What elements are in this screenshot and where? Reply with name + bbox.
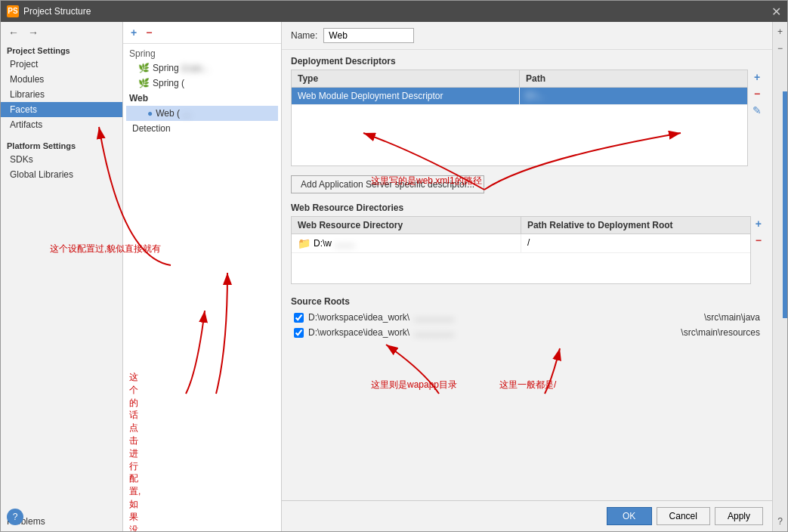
add-descriptor-button-wrapper: Add Application Server specific descript… — [291, 175, 763, 193]
sidebar-item-facets[interactable]: Facets — [1, 102, 122, 117]
folder-icon: 📁 — [298, 237, 311, 249]
source-root-2-checkbox[interactable] — [294, 328, 304, 338]
deployment-table-header: Type Path — [292, 70, 747, 88]
add-descriptor-row-button[interactable]: + — [751, 70, 763, 85]
sidebar-nav: ← → — [1, 22, 122, 43]
spring-item-label-1: Spring — [153, 63, 179, 73]
sidebar-label-global-libraries: Global Libraries — [10, 169, 73, 180]
web-resource-table-wrapper: Web Resource Directory Path Relative to … — [291, 216, 763, 284]
web-group-label: Web — [126, 91, 278, 106]
deployment-descriptors-header: Deployment Descriptors — [291, 56, 763, 66]
name-input[interactable] — [323, 28, 414, 43]
title-bar: PS Project Structure ✕ — [1, 1, 787, 22]
source-root-row-1: D:\workspace\idea_work\ ................… — [291, 310, 763, 325]
tree-remove-button[interactable]: − — [143, 25, 155, 40]
apply-button[interactable]: Apply — [715, 507, 763, 525]
type-column-header: Type — [292, 70, 520, 87]
spring-item-label-2: Spring ( — [153, 78, 184, 88]
sidebar-label-modules: Modules — [10, 74, 44, 85]
name-label: Name: — [291, 30, 317, 41]
deployment-side-buttons: + − ✎ — [751, 70, 763, 118]
middle-panel: + − Spring 🌿 Spring it con... 🌿 Spring (… — [123, 22, 282, 531]
deployment-type-cell: Web Module Deployment Descriptor — [292, 88, 520, 104]
tree-web-item[interactable]: ● Web ( ... — [126, 106, 278, 121]
cancel-button[interactable]: Cancel — [657, 507, 710, 525]
add-resource-row-button[interactable]: + — [754, 216, 763, 231]
spring-item-detail-1: it con... — [182, 63, 209, 73]
forward-button[interactable]: → — [25, 25, 42, 40]
deployment-table-row[interactable]: Web Module Deployment Descriptor D:\... — [292, 88, 747, 105]
sidebar-item-artifacts[interactable]: Artifacts — [1, 117, 122, 132]
sidebar-item-sdks[interactable]: SDKs — [1, 152, 122, 167]
middle-toolbar: + − — [123, 22, 281, 44]
detection-label: Detection — [126, 121, 278, 136]
add-descriptor-button[interactable]: Add Application Server specific descript… — [291, 175, 484, 193]
source-root-1-checkbox[interactable] — [294, 313, 304, 323]
right-content: Deployment Descriptors Type Path Web Mod… — [282, 50, 772, 500]
tree-add-button[interactable]: + — [128, 25, 140, 40]
web-resource-table: Web Resource Directory Path Relative to … — [291, 216, 751, 284]
remove-resource-row-button[interactable]: − — [754, 233, 763, 248]
source-root-row-2: D:\workspace\idea_work\ ................… — [291, 325, 763, 340]
web-resource-path-header: Path Relative to Deployment Root — [521, 217, 750, 234]
project-structure-window: PS Project Structure ✕ ← → Project Setti… — [0, 0, 788, 532]
path-column-header: Path — [520, 70, 747, 87]
sidebar-label-project: Project — [10, 59, 38, 70]
deployment-path-cell: D:\... — [520, 88, 747, 104]
web-folder-icon: ● — [147, 108, 153, 119]
stripe-button-2[interactable]: − — [776, 42, 784, 55]
middle-content: Spring 🌿 Spring it con... 🌿 Spring ( Web… — [123, 44, 281, 531]
tree-spring-item-2[interactable]: 🌿 Spring ( — [126, 76, 278, 91]
sidebar-label-libraries: Libraries — [10, 89, 45, 100]
sidebar-item-modules[interactable]: Modules — [1, 72, 122, 87]
tree-spring-item-1[interactable]: 🌿 Spring it con... — [126, 60, 278, 76]
stripe-button-help[interactable]: ? — [776, 515, 784, 528]
window-title: Project Structure — [23, 6, 771, 17]
sidebar: ← → Project Settings Project Modules Lib… — [1, 22, 123, 531]
web-resource-dir-blurred: ........ — [335, 238, 355, 249]
ok-button[interactable]: OK — [607, 507, 652, 525]
source-root-1-start: D:\workspace\idea_work\ — [308, 312, 409, 323]
web-resource-side-buttons: + − — [754, 216, 763, 248]
web-resource-table-row[interactable]: 📁 D:\w ........ / — [292, 234, 750, 253]
edit-descriptor-row-button[interactable]: ✎ — [751, 103, 763, 118]
web-resource-path-cell: / — [521, 234, 750, 252]
sidebar-item-global-libraries[interactable]: Global Libraries — [1, 167, 122, 182]
content-area: ← → Project Settings Project Modules Lib… — [1, 22, 787, 531]
deployment-table-wrapper: Type Path Web Module Deployment Descript… — [291, 70, 763, 166]
source-root-1-end: \src\main\java — [704, 312, 760, 323]
back-button[interactable]: ← — [5, 25, 22, 40]
remove-descriptor-row-button[interactable]: − — [751, 86, 763, 101]
blue-right-stripe — [783, 91, 787, 318]
web-resource-table-header: Web Resource Directory Path Relative to … — [292, 217, 750, 234]
source-root-2-end: \src\main\resources — [681, 327, 760, 338]
stripe-button-1[interactable]: + — [776, 25, 784, 39]
web-item-detail: ... — [183, 108, 190, 119]
web-resource-header: Web Resource Directories — [291, 203, 763, 213]
web-item-label: Web ( — [156, 108, 180, 119]
sidebar-item-libraries[interactable]: Libraries — [1, 87, 122, 102]
source-root-1-blurred: ................ — [414, 312, 454, 323]
platform-settings-header: Platform Settings — [1, 138, 122, 152]
source-roots-section: Source Roots D:\workspace\idea_work\ ...… — [291, 296, 763, 340]
source-root-2-start: D:\workspace\idea_work\ — [308, 327, 409, 338]
right-panel: Name: Deployment Descriptors Type Path — [282, 22, 772, 531]
sidebar-label-artifacts: Artifacts — [10, 119, 42, 130]
platform-settings-section: Platform Settings SDKs Global Libraries — [1, 138, 122, 182]
deployment-table: Type Path Web Module Deployment Descript… — [291, 70, 748, 166]
sidebar-item-project[interactable]: Project — [1, 57, 122, 72]
spring-leaf-icon-2: 🌿 — [138, 78, 150, 88]
spring-group-label: Spring — [126, 47, 278, 60]
sidebar-label-facets: Facets — [10, 104, 37, 115]
web-resource-dir-cell: 📁 D:\w ........ — [292, 234, 521, 252]
sidebar-label-sdks: SDKs — [10, 154, 33, 165]
spring-leaf-icon-1: 🌿 — [138, 63, 150, 73]
web-resource-dir-header: Web Resource Directory — [292, 217, 521, 234]
source-roots-header: Source Roots — [291, 296, 763, 307]
help-button[interactable]: ? — [7, 509, 23, 525]
web-resource-section: Web Resource Directories Web Resource Di… — [291, 203, 763, 284]
web-resource-dir-text: D:\w — [314, 238, 332, 249]
close-button[interactable]: ✕ — [771, 5, 781, 19]
app-icon: PS — [7, 5, 19, 17]
project-settings-header: Project Settings — [1, 43, 122, 57]
